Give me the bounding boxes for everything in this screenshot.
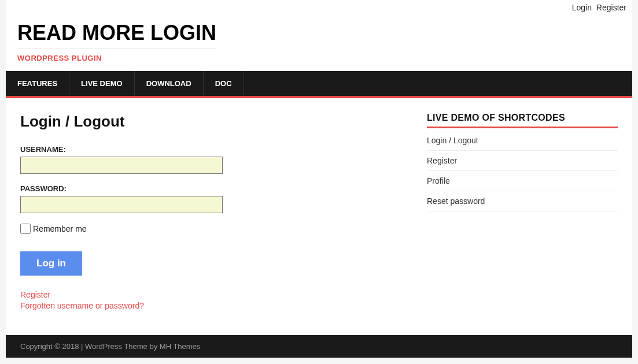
username-label: USERNAME: [20,145,410,154]
widget-title: LIVE DEMO OF SHORTCODES [427,113,618,128]
nav-features[interactable]: FEATURES [6,71,69,96]
sidebar-item-profile[interactable]: Profile [427,171,618,191]
username-input[interactable] [20,157,223,174]
register-link[interactable]: Register [20,290,410,299]
forgot-link[interactable]: Forgotten username or password? [20,301,410,310]
footer: Copyright © 2018 | WordPress Theme by MH… [6,335,632,358]
login-button[interactable]: Log in [20,251,82,276]
main-nav: FEATURES LIVE DEMO DOWNLOAD DOC [6,71,632,98]
remember-label: Remember me [33,224,87,233]
nav-live-demo[interactable]: LIVE DEMO [69,71,134,96]
password-label: PASSWORD: [20,184,410,193]
header: READ MORE LOGIN WORDPRESS PLUGIN [6,15,632,71]
top-bar: Login Register [6,0,632,15]
widget-list: Login / Logout Register Profile Reset pa… [427,131,618,211]
nav-doc[interactable]: DOC [204,71,244,96]
page-title: Login / Logout [20,113,410,131]
password-input[interactable] [20,196,223,213]
tagline: WORDPRESS PLUGIN [17,54,621,62]
footer-text: Copyright © 2018 | WordPress Theme by MH… [20,342,200,351]
nav-download[interactable]: DOWNLOAD [135,71,203,96]
sidebar-item-reset-password[interactable]: Reset password [427,191,618,211]
sidebar-item-login-logout[interactable]: Login / Logout [427,131,618,150]
sidebar-item-register[interactable]: Register [427,151,618,170]
site-title: READ MORE LOGIN [17,21,216,49]
sidebar: LIVE DEMO OF SHORTCODES Login / Logout R… [427,113,618,211]
topbar-register-link[interactable]: Register [596,3,626,12]
remember-checkbox[interactable] [20,224,31,234]
topbar-login-link[interactable]: Login [572,3,592,12]
main-content: Login / Logout USERNAME: PASSWORD: Remem… [20,113,410,312]
